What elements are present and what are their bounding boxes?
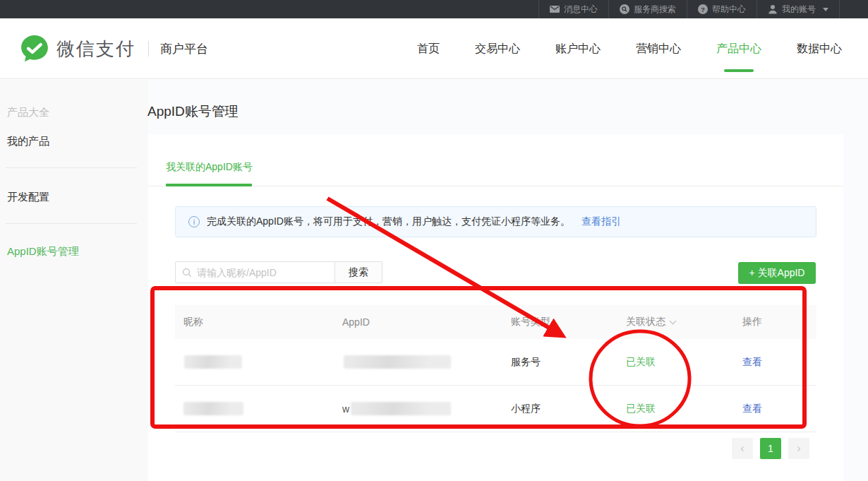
redacted-nickname-blur: [183, 402, 243, 415]
tab-active-underline: [166, 184, 252, 186]
wechat-pay-logo-icon: [20, 34, 49, 64]
info-banner-text: 完成关联的AppID账号，将可用于支付，营销，用户触达，支付凭证小程序等业务。: [207, 215, 570, 228]
column-header-actions: 操作: [734, 316, 816, 328]
column-header-nickname: 昵称: [175, 316, 334, 328]
sidebar-item-appid-management[interactable]: AppID账号管理: [7, 245, 79, 259]
table-row: w 小程序 已关联 查看: [175, 386, 816, 432]
topbar-item-label: 消息中心: [564, 4, 598, 16]
link-appid-button[interactable]: + 关联AppID: [738, 262, 816, 284]
nav-item-products[interactable]: 产品中心: [716, 18, 761, 79]
cell-account-type: 小程序: [502, 403, 617, 415]
brand-name: 微信支付: [56, 37, 135, 61]
info-banner: i 完成关联的AppID账号，将可用于支付，营销，用户触达，支付凭证小程序等业务…: [175, 206, 816, 237]
table-row: 服务号 已关联 查看: [175, 339, 816, 386]
sidebar-item-dev-config[interactable]: 开发配置: [7, 191, 49, 204]
svg-text:?: ?: [701, 6, 705, 13]
view-link[interactable]: 查看: [742, 356, 762, 367]
search-button[interactable]: 搜索: [334, 261, 382, 283]
status-badge: 已关联: [617, 356, 734, 369]
nav-item-home[interactable]: 首页: [417, 18, 440, 79]
topbar-item-label: 帮助中心: [712, 4, 746, 16]
view-link[interactable]: 查看: [742, 403, 762, 414]
header-divider: [148, 41, 149, 57]
brand-block: 微信支付 商户平台: [20, 18, 208, 79]
primary-nav: 首页 交易中心 账户中心 营销中心 产品中心 数据中心: [417, 18, 842, 79]
topbar-item-help[interactable]: ? 帮助中心: [687, 0, 757, 18]
column-header-appid: AppID: [334, 316, 502, 328]
sidebar-divider: [6, 223, 137, 224]
pagination: ‹ 1 ›: [732, 438, 809, 459]
utility-topbar: 消息中心 服务商搜索 ? 帮助中心 我的账号: [0, 0, 868, 18]
appid-table: 昵称 AppID 账号类型 关联状态 操作 服务号 已关联 查看 w 小程序 已…: [175, 305, 816, 432]
cell-actions: 查看: [734, 356, 816, 369]
topbar-item-my-account[interactable]: 我的账号: [757, 0, 840, 18]
appid-visible-prefix: w: [342, 403, 349, 415]
column-header-account-type: 账号类型: [502, 316, 617, 328]
view-guide-link[interactable]: 查看指引: [581, 215, 621, 228]
sidebar-section-all-products: 产品大全: [7, 106, 49, 119]
cell-nickname: [175, 402, 334, 415]
pagination-prev-button[interactable]: ‹: [732, 438, 753, 459]
sidebar-item-my-products[interactable]: 我的产品: [7, 135, 49, 148]
column-header-link-status[interactable]: 关联状态: [617, 316, 734, 328]
chevron-down-icon: [823, 8, 828, 11]
info-icon: i: [188, 216, 200, 227]
nav-item-account[interactable]: 账户中心: [555, 18, 601, 79]
app-header: 微信支付 商户平台 首页 交易中心 账户中心 营销中心 产品中心 数据中心: [0, 18, 868, 79]
nav-item-data[interactable]: 数据中心: [797, 18, 842, 79]
status-badge: 已关联: [617, 403, 734, 415]
redacted-appid-blur: [344, 355, 451, 369]
cell-actions: 查看: [734, 403, 816, 415]
pagination-page-1[interactable]: 1: [760, 438, 781, 459]
table-header-row: 昵称 AppID 账号类型 关联状态 操作: [175, 305, 816, 339]
redacted-nickname-blur: [184, 355, 242, 369]
topbar-item-provider-search[interactable]: 服务商搜索: [608, 0, 687, 18]
mail-icon: [550, 6, 560, 13]
nav-item-marketing[interactable]: 营销中心: [636, 18, 681, 79]
sidebar-divider: [6, 167, 137, 168]
content-card: 我关联的AppID账号 i 完成关联的AppID账号，将可用于支付，营销，用户触…: [148, 134, 843, 481]
sidebar: 产品大全 我的产品 开发配置 AppID账号管理: [0, 80, 148, 481]
sort-caret-icon: [670, 318, 677, 325]
pagination-next-button[interactable]: ›: [788, 438, 809, 459]
tab-divider: [148, 186, 843, 186]
user-icon: [768, 4, 778, 14]
tab-my-linked-appid[interactable]: 我关联的AppID账号: [166, 161, 253, 174]
search-input[interactable]: [175, 261, 335, 283]
topbar-item-messages[interactable]: 消息中心: [538, 0, 608, 18]
cell-appid: [334, 355, 502, 369]
topbar-item-label: 服务商搜索: [634, 4, 676, 16]
cell-appid: w: [334, 402, 502, 415]
cell-nickname: [175, 355, 334, 369]
page-title: AppID账号管理: [147, 102, 239, 121]
cell-account-type: 服务号: [502, 356, 617, 369]
portal-name: 商户平台: [160, 41, 208, 57]
redacted-appid-blur: [351, 402, 451, 415]
help-circle-icon: ?: [698, 4, 708, 14]
nav-item-transactions[interactable]: 交易中心: [475, 18, 520, 79]
topbar-item-label: 我的账号: [782, 4, 816, 16]
search-circle-icon: [620, 4, 629, 14]
